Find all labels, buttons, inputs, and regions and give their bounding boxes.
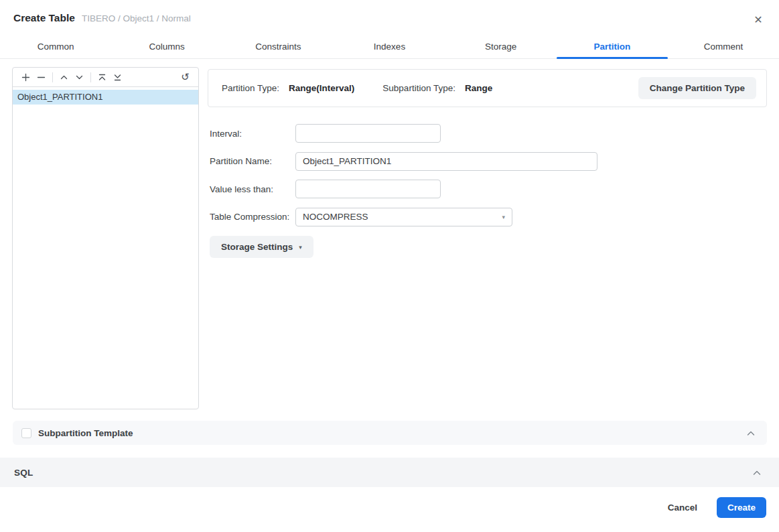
- create-button[interactable]: Create: [717, 497, 766, 518]
- subpartition-template-label: Subpartition Template: [38, 428, 133, 438]
- table-compression-value: NOCOMPRESS: [303, 212, 368, 222]
- dropdown-caret-icon: ▾: [299, 244, 302, 251]
- chevron-up-icon: [747, 428, 755, 438]
- minus-icon: [37, 73, 46, 82]
- plus-icon: [21, 73, 30, 82]
- partition-name-row: Partition Name:: [210, 152, 597, 171]
- storage-settings-label: Storage Settings: [221, 242, 293, 252]
- tab-comment[interactable]: Comment: [668, 37, 779, 58]
- interval-label: Interval:: [210, 129, 295, 139]
- chevron-down-icon: [75, 73, 84, 82]
- subpartition-template-section: Subpartition Template: [13, 421, 767, 445]
- tab-common[interactable]: Common: [0, 37, 111, 58]
- dialog-footer: Cancel Create: [668, 497, 766, 518]
- tab-constraints[interactable]: Constraints: [222, 37, 334, 58]
- toolbar-divider: [52, 72, 53, 82]
- partition-list-toolbar: ↺: [13, 68, 198, 87]
- partition-list-panel: ↺ Object1_PARTITION1: [12, 67, 199, 409]
- dropdown-caret-icon: ▾: [502, 214, 505, 220]
- value-less-than-label: Value less than:: [210, 184, 295, 194]
- tab-partition[interactable]: Partition: [557, 37, 668, 58]
- list-item[interactable]: Object1_PARTITION1: [13, 90, 198, 105]
- toolbar-divider: [90, 72, 91, 82]
- remove-partition-button[interactable]: [33, 70, 49, 85]
- sql-section-label: SQL: [14, 468, 33, 478]
- storage-settings-button[interactable]: Storage Settings ▾: [210, 236, 313, 258]
- reset-list-button[interactable]: ↺: [178, 70, 193, 85]
- partition-form: Interval: Partition Name: Value less tha…: [210, 124, 597, 258]
- table-compression-row: Table Compression: NOCOMPRESS ▾: [210, 208, 597, 226]
- subpartition-type-label: Subpartition Type:: [382, 83, 455, 93]
- value-less-than-row: Value less than:: [210, 180, 597, 198]
- subpartition-type-value: Range: [465, 83, 492, 93]
- arrow-to-top-icon: [98, 73, 107, 82]
- partition-type-label: Partition Type:: [222, 83, 279, 93]
- collapse-sql-button[interactable]: [753, 468, 761, 478]
- add-partition-button[interactable]: [18, 70, 33, 85]
- dialog-header: Create Table TIBERO / Object1 / Normal: [13, 12, 746, 24]
- arrow-to-bottom-icon: [113, 73, 122, 82]
- subpartition-template-checkbox[interactable]: [21, 428, 31, 438]
- cancel-button[interactable]: Cancel: [668, 503, 697, 513]
- close-icon: ✕: [754, 13, 762, 26]
- move-up-button[interactable]: [56, 70, 72, 85]
- chevron-up-icon: [60, 73, 68, 82]
- move-to-top-button[interactable]: [94, 70, 110, 85]
- tab-storage[interactable]: Storage: [445, 37, 557, 58]
- sql-section: SQL: [0, 458, 779, 487]
- breadcrumb: TIBERO / Object1 / Normal: [82, 13, 191, 23]
- partition-type-value: Range(Interval): [289, 83, 354, 93]
- partition-type-bar: Partition Type: Range(Interval) Subparti…: [208, 69, 767, 107]
- table-compression-select[interactable]: NOCOMPRESS ▾: [295, 208, 512, 226]
- interval-row: Interval:: [210, 124, 597, 143]
- interval-input[interactable]: [295, 124, 441, 143]
- move-down-button[interactable]: [72, 70, 87, 85]
- page-title: Create Table: [13, 12, 75, 24]
- reset-icon: ↺: [181, 72, 190, 82]
- partition-list: Object1_PARTITION1: [13, 87, 198, 105]
- tab-indexes[interactable]: Indexes: [334, 37, 445, 58]
- partition-name-label: Partition Name:: [210, 156, 295, 166]
- change-partition-type-button[interactable]: Change Partition Type: [638, 77, 756, 99]
- chevron-up-icon: [753, 468, 761, 478]
- tab-bar: Common Columns Constraints Indexes Stora…: [0, 37, 779, 59]
- partition-name-input[interactable]: [295, 152, 597, 171]
- collapse-subpartition-button[interactable]: [747, 428, 755, 438]
- close-button[interactable]: ✕: [751, 12, 766, 27]
- move-to-bottom-button[interactable]: [110, 70, 125, 85]
- table-compression-label: Table Compression:: [210, 212, 295, 222]
- value-less-than-input[interactable]: [295, 180, 441, 198]
- tab-columns[interactable]: Columns: [111, 37, 222, 58]
